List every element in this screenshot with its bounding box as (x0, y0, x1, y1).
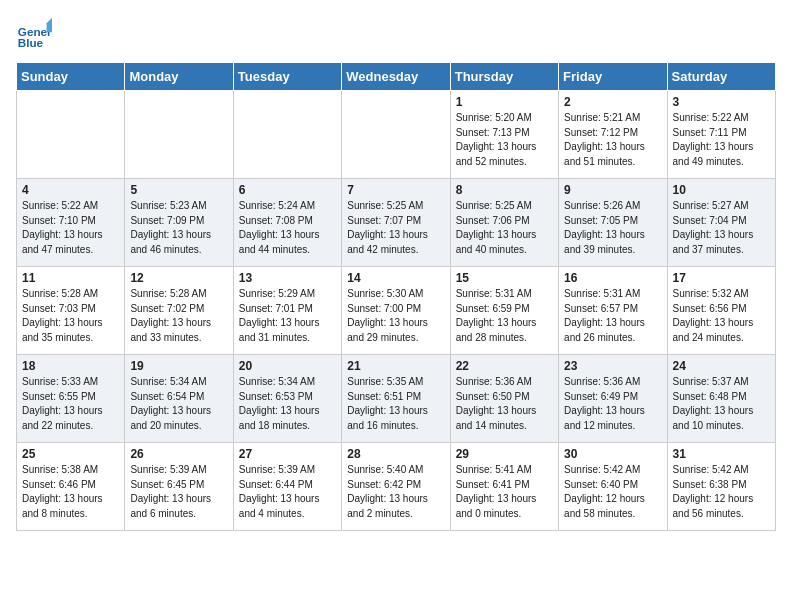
day-cell: 6Sunrise: 5:24 AM Sunset: 7:08 PM Daylig… (233, 179, 341, 267)
day-info: Sunrise: 5:32 AM Sunset: 6:56 PM Dayligh… (673, 287, 770, 345)
day-cell (17, 91, 125, 179)
day-number: 22 (456, 359, 553, 373)
day-cell: 13Sunrise: 5:29 AM Sunset: 7:01 PM Dayli… (233, 267, 341, 355)
day-number: 7 (347, 183, 444, 197)
week-row-3: 11Sunrise: 5:28 AM Sunset: 7:03 PM Dayli… (17, 267, 776, 355)
day-cell: 23Sunrise: 5:36 AM Sunset: 6:49 PM Dayli… (559, 355, 667, 443)
day-info: Sunrise: 5:27 AM Sunset: 7:04 PM Dayligh… (673, 199, 770, 257)
day-cell: 22Sunrise: 5:36 AM Sunset: 6:50 PM Dayli… (450, 355, 558, 443)
weekday-header-friday: Friday (559, 63, 667, 91)
day-cell: 25Sunrise: 5:38 AM Sunset: 6:46 PM Dayli… (17, 443, 125, 531)
calendar-table: SundayMondayTuesdayWednesdayThursdayFrid… (16, 62, 776, 531)
day-number: 15 (456, 271, 553, 285)
day-info: Sunrise: 5:25 AM Sunset: 7:06 PM Dayligh… (456, 199, 553, 257)
day-number: 5 (130, 183, 227, 197)
day-info: Sunrise: 5:40 AM Sunset: 6:42 PM Dayligh… (347, 463, 444, 521)
day-cell: 24Sunrise: 5:37 AM Sunset: 6:48 PM Dayli… (667, 355, 775, 443)
day-cell: 1Sunrise: 5:20 AM Sunset: 7:13 PM Daylig… (450, 91, 558, 179)
day-cell: 21Sunrise: 5:35 AM Sunset: 6:51 PM Dayli… (342, 355, 450, 443)
day-number: 9 (564, 183, 661, 197)
day-info: Sunrise: 5:36 AM Sunset: 6:50 PM Dayligh… (456, 375, 553, 433)
day-number: 31 (673, 447, 770, 461)
day-cell: 31Sunrise: 5:42 AM Sunset: 6:38 PM Dayli… (667, 443, 775, 531)
day-cell: 11Sunrise: 5:28 AM Sunset: 7:03 PM Dayli… (17, 267, 125, 355)
day-info: Sunrise: 5:31 AM Sunset: 6:57 PM Dayligh… (564, 287, 661, 345)
day-cell: 5Sunrise: 5:23 AM Sunset: 7:09 PM Daylig… (125, 179, 233, 267)
day-cell: 29Sunrise: 5:41 AM Sunset: 6:41 PM Dayli… (450, 443, 558, 531)
weekday-header-monday: Monday (125, 63, 233, 91)
day-cell: 27Sunrise: 5:39 AM Sunset: 6:44 PM Dayli… (233, 443, 341, 531)
weekday-header-thursday: Thursday (450, 63, 558, 91)
day-info: Sunrise: 5:42 AM Sunset: 6:40 PM Dayligh… (564, 463, 661, 521)
day-number: 29 (456, 447, 553, 461)
day-number: 4 (22, 183, 119, 197)
day-info: Sunrise: 5:35 AM Sunset: 6:51 PM Dayligh… (347, 375, 444, 433)
week-row-2: 4Sunrise: 5:22 AM Sunset: 7:10 PM Daylig… (17, 179, 776, 267)
day-cell: 12Sunrise: 5:28 AM Sunset: 7:02 PM Dayli… (125, 267, 233, 355)
day-info: Sunrise: 5:34 AM Sunset: 6:54 PM Dayligh… (130, 375, 227, 433)
day-number: 28 (347, 447, 444, 461)
day-info: Sunrise: 5:23 AM Sunset: 7:09 PM Dayligh… (130, 199, 227, 257)
day-info: Sunrise: 5:22 AM Sunset: 7:11 PM Dayligh… (673, 111, 770, 169)
week-row-4: 18Sunrise: 5:33 AM Sunset: 6:55 PM Dayli… (17, 355, 776, 443)
svg-text:Blue: Blue (18, 36, 44, 49)
header-row: SundayMondayTuesdayWednesdayThursdayFrid… (17, 63, 776, 91)
day-info: Sunrise: 5:39 AM Sunset: 6:44 PM Dayligh… (239, 463, 336, 521)
day-number: 6 (239, 183, 336, 197)
day-info: Sunrise: 5:21 AM Sunset: 7:12 PM Dayligh… (564, 111, 661, 169)
day-number: 17 (673, 271, 770, 285)
day-cell: 26Sunrise: 5:39 AM Sunset: 6:45 PM Dayli… (125, 443, 233, 531)
day-number: 24 (673, 359, 770, 373)
day-cell: 4Sunrise: 5:22 AM Sunset: 7:10 PM Daylig… (17, 179, 125, 267)
day-number: 8 (456, 183, 553, 197)
day-info: Sunrise: 5:30 AM Sunset: 7:00 PM Dayligh… (347, 287, 444, 345)
week-row-1: 1Sunrise: 5:20 AM Sunset: 7:13 PM Daylig… (17, 91, 776, 179)
day-info: Sunrise: 5:36 AM Sunset: 6:49 PM Dayligh… (564, 375, 661, 433)
day-cell: 20Sunrise: 5:34 AM Sunset: 6:53 PM Dayli… (233, 355, 341, 443)
day-info: Sunrise: 5:34 AM Sunset: 6:53 PM Dayligh… (239, 375, 336, 433)
logo: General Blue (16, 16, 52, 52)
day-cell: 16Sunrise: 5:31 AM Sunset: 6:57 PM Dayli… (559, 267, 667, 355)
day-info: Sunrise: 5:28 AM Sunset: 7:03 PM Dayligh… (22, 287, 119, 345)
day-cell: 30Sunrise: 5:42 AM Sunset: 6:40 PM Dayli… (559, 443, 667, 531)
page-header: General Blue (16, 16, 776, 52)
day-number: 20 (239, 359, 336, 373)
day-number: 25 (22, 447, 119, 461)
day-cell (233, 91, 341, 179)
day-number: 2 (564, 95, 661, 109)
day-number: 14 (347, 271, 444, 285)
day-number: 13 (239, 271, 336, 285)
day-info: Sunrise: 5:31 AM Sunset: 6:59 PM Dayligh… (456, 287, 553, 345)
day-cell: 10Sunrise: 5:27 AM Sunset: 7:04 PM Dayli… (667, 179, 775, 267)
week-row-5: 25Sunrise: 5:38 AM Sunset: 6:46 PM Dayli… (17, 443, 776, 531)
day-cell: 3Sunrise: 5:22 AM Sunset: 7:11 PM Daylig… (667, 91, 775, 179)
day-number: 10 (673, 183, 770, 197)
day-cell (342, 91, 450, 179)
day-number: 16 (564, 271, 661, 285)
day-number: 11 (22, 271, 119, 285)
day-cell: 17Sunrise: 5:32 AM Sunset: 6:56 PM Dayli… (667, 267, 775, 355)
day-number: 23 (564, 359, 661, 373)
day-info: Sunrise: 5:25 AM Sunset: 7:07 PM Dayligh… (347, 199, 444, 257)
day-cell: 9Sunrise: 5:26 AM Sunset: 7:05 PM Daylig… (559, 179, 667, 267)
day-info: Sunrise: 5:29 AM Sunset: 7:01 PM Dayligh… (239, 287, 336, 345)
day-number: 1 (456, 95, 553, 109)
day-cell: 28Sunrise: 5:40 AM Sunset: 6:42 PM Dayli… (342, 443, 450, 531)
day-number: 18 (22, 359, 119, 373)
day-number: 27 (239, 447, 336, 461)
day-info: Sunrise: 5:39 AM Sunset: 6:45 PM Dayligh… (130, 463, 227, 521)
day-cell: 8Sunrise: 5:25 AM Sunset: 7:06 PM Daylig… (450, 179, 558, 267)
day-cell: 19Sunrise: 5:34 AM Sunset: 6:54 PM Dayli… (125, 355, 233, 443)
weekday-header-saturday: Saturday (667, 63, 775, 91)
day-info: Sunrise: 5:28 AM Sunset: 7:02 PM Dayligh… (130, 287, 227, 345)
day-number: 30 (564, 447, 661, 461)
day-info: Sunrise: 5:42 AM Sunset: 6:38 PM Dayligh… (673, 463, 770, 521)
day-number: 3 (673, 95, 770, 109)
day-cell (125, 91, 233, 179)
day-cell: 15Sunrise: 5:31 AM Sunset: 6:59 PM Dayli… (450, 267, 558, 355)
day-number: 19 (130, 359, 227, 373)
day-info: Sunrise: 5:26 AM Sunset: 7:05 PM Dayligh… (564, 199, 661, 257)
day-info: Sunrise: 5:38 AM Sunset: 6:46 PM Dayligh… (22, 463, 119, 521)
day-number: 26 (130, 447, 227, 461)
logo-icon: General Blue (16, 16, 52, 52)
